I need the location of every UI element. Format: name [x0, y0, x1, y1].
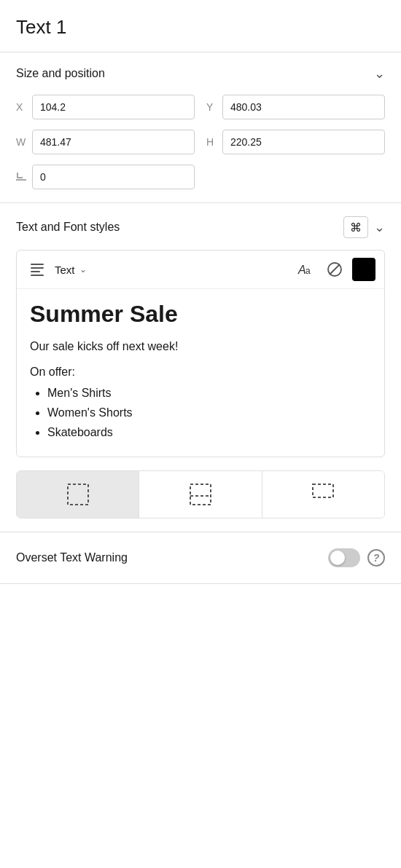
font-style-icon: A a [297, 261, 314, 277]
x-input[interactable] [32, 95, 195, 119]
svg-text:a: a [305, 266, 311, 276]
svg-text:A: A [297, 264, 306, 276]
w-input[interactable] [32, 130, 195, 154]
overset-toggle[interactable] [328, 548, 360, 567]
frame-option-fixed[interactable] [17, 471, 139, 518]
text-align-button[interactable] [26, 258, 49, 281]
cmd-icon: ⌘ [350, 221, 362, 234]
size-position-title: Size and position [16, 67, 105, 80]
text-content-area: Summer Sale Our sale kicks off next week… [17, 289, 384, 457]
auto-size-frame-icon [310, 481, 336, 508]
overset-warning-section: Overset Text Warning ? [0, 532, 401, 584]
svg-rect-8 [313, 484, 333, 497]
overset-controls: ? [328, 548, 385, 567]
w-label: W [16, 136, 26, 148]
rotation-field-row [16, 165, 195, 189]
font-section-controls: ⌘ ⌄ [343, 216, 385, 238]
font-style-button[interactable]: A a [294, 258, 317, 281]
w-field-row: W [16, 130, 195, 154]
preview-list-title: On offer: [30, 366, 371, 379]
page-title: Text 1 [16, 16, 385, 39]
font-section-title: Text and Font styles [16, 221, 120, 234]
svg-line-4 [330, 264, 340, 275]
chevron-down-icon-2[interactable]: ⌄ [374, 219, 385, 235]
preview-list: Men's Shirts Women's Shorts Skateboards [30, 383, 371, 443]
rotation-input[interactable] [32, 165, 195, 189]
size-position-section: Size and position ⌄ X Y W H [0, 52, 401, 203]
help-icon[interactable]: ? [367, 549, 385, 567]
frame-option-auto-size[interactable] [262, 471, 384, 518]
frame-option-auto-height[interactable] [139, 471, 262, 518]
x-field-row: X [16, 95, 195, 119]
text-preview-box: Text ⌄ A a [16, 250, 385, 457]
overset-label: Overset Text Warning [16, 551, 128, 564]
size-position-toggle[interactable]: Size and position ⌄ [16, 66, 385, 82]
svg-rect-5 [68, 484, 88, 505]
text-style-dropdown[interactable]: Text ⌄ [55, 264, 288, 276]
text-toolbar: Text ⌄ A a [17, 250, 384, 289]
y-input[interactable] [222, 95, 385, 119]
fields-grid: X Y W H [16, 95, 385, 189]
h-field-row: H [206, 130, 385, 154]
font-section-header: Text and Font styles ⌘ ⌄ [16, 216, 385, 238]
align-icon [31, 264, 44, 276]
list-item: Men's Shirts [47, 383, 371, 403]
fixed-frame-icon [65, 481, 91, 508]
header-section: Text 1 [0, 0, 401, 52]
rotation-icon [16, 171, 26, 184]
properties-panel: Text 1 Size and position ⌄ X Y W H [0, 0, 401, 584]
list-item: Skateboards [47, 422, 371, 442]
preview-body: Our sale kicks off next week! [30, 338, 371, 355]
frame-type-selector [16, 470, 385, 518]
cmd-badge[interactable]: ⌘ [343, 216, 368, 238]
clear-style-button[interactable] [323, 258, 346, 281]
list-item: Women's Shorts [47, 403, 371, 422]
preview-headline: Summer Sale [30, 301, 371, 328]
h-input[interactable] [222, 130, 385, 154]
text-font-section: Text and Font styles ⌘ ⌄ Text [0, 203, 401, 532]
y-label: Y [206, 101, 217, 113]
x-label: X [16, 101, 26, 113]
color-swatch[interactable] [352, 258, 375, 281]
chevron-down-icon: ⌄ [374, 66, 385, 82]
y-field-row: Y [206, 95, 385, 119]
dropdown-chevron-icon: ⌄ [79, 264, 87, 275]
svg-rect-6 [190, 484, 211, 505]
clear-style-icon [327, 261, 343, 277]
h-label: H [206, 136, 217, 148]
text-style-label: Text [55, 264, 75, 276]
auto-height-frame-icon [187, 481, 214, 508]
